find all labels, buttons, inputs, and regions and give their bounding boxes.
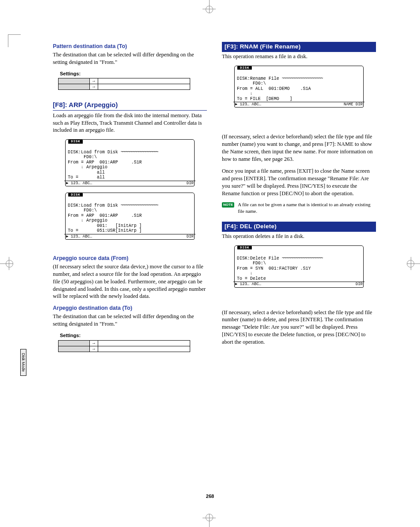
settings-table-2: → → [58,340,190,352]
page: Disk Mode Pattern destination data (To) … [0,0,420,527]
arp-to-heading: Arpeggio destination data (To) [53,304,207,312]
pattern-to-heading: Pattern destination data (To) [53,43,207,50]
note-icon: NOTE [222,202,234,208]
lcd-tab: DISK [68,139,83,143]
lcd-line: ↓ Arpeggio [68,165,107,170]
lcd-arp-2: DISK DISK:Load from Disk ~~~~~~~~~~~~~~~… [65,193,195,240]
lcd-rename: DISK DISK:Rename File ~~~~~~~~~~~~~~~~~~… [234,66,364,108]
lcd-foot-right: DIR [187,181,194,186]
left-column: Pattern destination data (To) The destin… [53,42,207,352]
note-row: NOTE A file can not be given a name that… [222,201,376,215]
lcd-line: FD0:\ [237,261,266,266]
settings-table-1: → → [58,78,190,90]
lcd-tab: DISK [237,66,252,70]
lcd-tab: DISK [237,245,252,249]
lcd-delete: DISK DISK:Delete File ~~~~~~~~~~~~~~~~~~… [234,245,364,287]
lcd-line: From = ALL 001:DEMO .S1A [237,86,311,91]
f8-body: Loads an arpeggio file from the disk int… [53,112,207,134]
lcd-line: FD0:\ [237,81,266,86]
crop-corner-tl [8,34,21,47]
settings-label-1: Settings: [60,71,207,77]
f3-body-1: (If necessary, select a device beforehan… [222,133,376,163]
right-column: [F3]: RNAM (File Rename) This operation … [222,42,376,352]
lcd-line: To = Delete [237,276,266,281]
side-tab: Disk Mode [20,349,26,376]
arp-from-heading: Arpeggio source data (From) [53,255,207,262]
lcd-tab: DISK [68,193,83,197]
lcd-foot-right: NAME DIR [344,102,363,107]
lcd-line: To = all [68,175,105,180]
f4-intro: This operation deletes a file in a disk. [222,233,376,240]
f4-body: (If necessary, select a device beforehan… [222,309,376,346]
lcd-line: From = ARP 001:ARP .S1R [68,213,142,218]
lcd-line: ↓ Arpeggio [68,218,107,223]
f4-bar: [F4]: DEL (Delete) [222,222,376,232]
lcd-line: DISK:Delete File [237,256,279,261]
lcd-foot-right: DIR [187,234,194,239]
lcd-line: From = ARP 001:ARP .S1R [68,160,142,165]
settings-label-2: Settings: [60,332,207,339]
lcd-line: To = 051:USR[InitArp ] [68,228,142,233]
lcd-line: FD0:\ [68,155,97,160]
arp-to-body: The destination that can be selected wil… [53,313,207,328]
lcd-foot-left: 123… ABC… [235,282,261,286]
lcd-line: DISK:Rename File [237,76,279,81]
lcd-line: 001: [InitArp ] [68,223,142,228]
lcd-arp-1: DISK DISK:Load from Disk ~~~~~~~~~~~~~~~… [65,139,195,186]
pattern-to-body: The destination that can be selected wil… [53,51,207,66]
lcd-foot-left: 123… ABC… [235,102,261,107]
f3-intro: This operation renames a file in a disk. [222,53,376,60]
lcd-line: From = SYN 001:FACTORY .S1Y [237,266,311,271]
lcd-foot-left: 123… ABC… [66,234,92,239]
lcd-line: all [68,170,105,175]
lcd-line: ↓ [237,271,253,276]
lcd-foot-left: 123… ABC… [66,181,92,186]
lcd-line: To = FILE [DEMO ] [237,96,292,101]
lcd-line: ↓ [237,91,253,96]
two-column-layout: Pattern destination data (To) The destin… [53,42,381,352]
lcd-foot-right: DIR [356,282,363,286]
note-text: A file can not be given a name that is i… [238,201,376,215]
f3-bar: [F3]: RNAM (File Rename) [222,42,376,52]
f3-body-2: Once you input a file name, press [EXIT]… [222,167,376,197]
arp-from-body: (If necessary select the source data dev… [53,263,207,300]
f8-title: [F8]: ARP (Arpeggio) [53,100,207,110]
lcd-line: FD0:\ [68,208,97,213]
page-number: 268 [0,494,420,499]
lcd-line: DISK:Load from Disk [68,203,118,208]
lcd-line: DISK:Load from Disk [68,150,118,155]
